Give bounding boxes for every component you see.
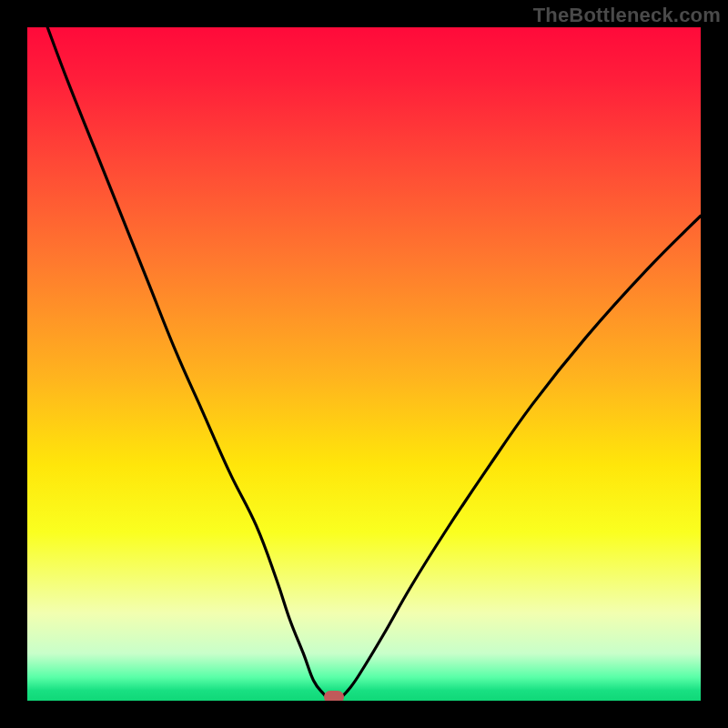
optimal-marker xyxy=(324,691,344,701)
plot-area xyxy=(27,27,701,701)
watermark-text: TheBottleneck.com xyxy=(533,4,721,27)
chart-frame: TheBottleneck.com xyxy=(0,0,728,728)
bottleneck-curve xyxy=(27,27,701,701)
